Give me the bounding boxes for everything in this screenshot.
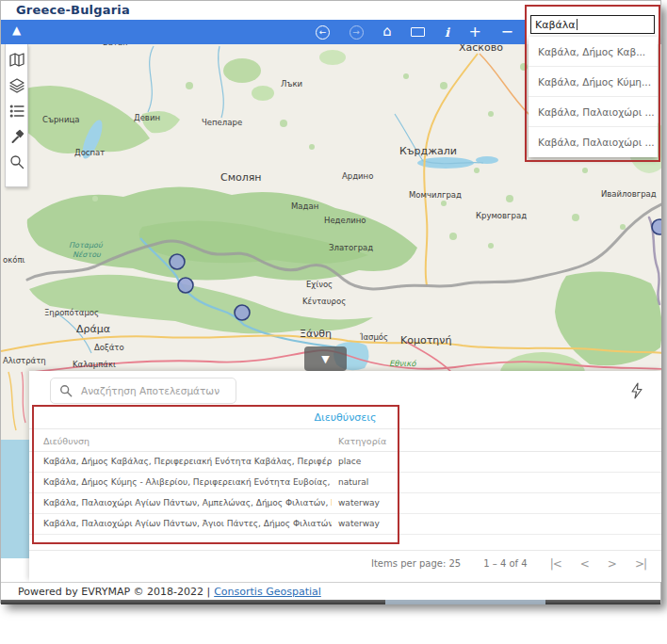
results-panel: Αναζήτηση Αποτελεσμάτων Διευθύνσεις Διεύ… (29, 371, 661, 582)
footer-link[interactable]: Consortis Geospatial (214, 586, 321, 598)
zoom-in-icon[interactable]: + (469, 24, 481, 40)
cell-category: waterway (338, 498, 380, 507)
cell-address: Καβάλα, Παλαιοχώρι Αγίων Πάντων, Αμπελών… (43, 498, 332, 507)
table-row[interactable]: Καβάλα, Παλαιοχώρι Αγίων Πάντων, Αμπελών… (29, 493, 661, 514)
map-label: Доспат (74, 148, 105, 157)
map-label: Ξάνθη (300, 328, 332, 340)
map-label: Δοξάτο (94, 343, 124, 352)
tab-addresses[interactable]: Διευθύνσεις (315, 411, 377, 424)
map-search-input[interactable]: Καβάλα (530, 15, 655, 34)
footer-text: Powered by EVRYMAP © 2018-2022 | (18, 586, 210, 598)
map-label: Ивайловград (601, 189, 657, 199)
info-icon[interactable]: i (445, 25, 449, 40)
map-label: οκόπι (3, 255, 25, 265)
home-icon[interactable]: ⌂ (382, 23, 392, 40)
search-result-item[interactable]: Καβάλα, Παλαιοχώρι ... (529, 127, 658, 157)
results-search-input[interactable]: Αναζήτηση Αποτελεσμάτων (50, 378, 236, 404)
map-label: Ποταμού (69, 241, 104, 250)
map-label: Смолян (220, 171, 262, 184)
map-label: Хасково (459, 44, 503, 54)
map-icon[interactable] (9, 53, 24, 68)
search-input-value: Καβάλα (535, 19, 576, 31)
cell-address: Καβάλα, Δήμος Καβάλας, Περιφερειακή Ενότ… (43, 457, 332, 466)
map-label: Ардино (342, 171, 373, 181)
next-page-icon[interactable]: > (608, 557, 616, 571)
search-result-item[interactable]: Καβάλα, Δήμος Καβ... (529, 37, 658, 67)
table-row[interactable]: Καβάλα, Δήμος Καβάλας, Περιφερειακή Ενότ… (29, 452, 661, 473)
results-table-header: Διεύθυνση Κατηγορία (29, 429, 661, 452)
text-caret (577, 19, 578, 30)
table-row[interactable]: Καβάλα, Δήμος Κύμης - Αλιβερίου, Περιφερ… (29, 473, 661, 493)
map-label: Νέστου (73, 250, 101, 259)
cell-category: waterway (338, 519, 380, 528)
results-tab-row: Διευθύνσεις (29, 407, 661, 429)
prev-page-icon[interactable]: < (580, 557, 589, 571)
toolbar-icon-group: ← → ⌂ i + − (308, 20, 521, 44)
first-page-icon[interactable]: |< (550, 557, 561, 571)
extent-rectangle-icon[interactable] (411, 27, 425, 37)
flash-icon[interactable] (629, 382, 644, 399)
last-page-icon[interactable]: >| (635, 557, 646, 571)
map-marker[interactable] (652, 219, 661, 234)
map-label: Ξηροπόταμος (44, 308, 99, 317)
pagination-range: 1 – 4 of 4 (483, 558, 527, 569)
panel-toggle-button[interactable]: ▼ (304, 346, 347, 371)
search-dropdown: Καβάλα, Δήμος Καβ...Καβάλα, Δήμος Κύμη..… (529, 37, 658, 157)
map-label: Εθνικό (389, 359, 416, 368)
map-label: Δράμα (76, 323, 110, 335)
map-label: Κομοτηνή (400, 334, 451, 346)
legend-list-icon[interactable] (9, 104, 24, 119)
results-table-body: Καβάλα, Δήμος Καβάλας, Περιφερειακή Ενότ… (29, 452, 661, 535)
map-marker[interactable] (170, 254, 185, 269)
map-label: Момчилград (409, 190, 462, 200)
map-label: Καλαμπάκι (73, 360, 116, 369)
back-icon[interactable]: ← (316, 25, 330, 40)
search-icon (59, 384, 73, 397)
map-label: Сърница (42, 115, 79, 124)
search-icon[interactable] (9, 154, 24, 169)
layers-icon[interactable] (9, 78, 24, 93)
map-label: Батак (103, 44, 127, 47)
table-row[interactable]: Καβάλα, Παλαιοχώρι Αγίων Πάντων, Άγιοι Π… (29, 514, 661, 535)
left-sidebar (5, 44, 28, 187)
pagination: Items per page: 25 1 – 4 of 4 |< < > >| (29, 550, 661, 576)
map-label: Златоград (329, 243, 373, 252)
map-label: Неделино (324, 216, 366, 225)
map-label: Лъки (281, 79, 302, 89)
column-header-category[interactable]: Κατηγορία (338, 436, 386, 446)
zoom-out-icon[interactable]: − (501, 24, 513, 40)
footer: Powered by EVRYMAP © 2018-2022 | Consort… (1, 582, 660, 600)
map-label: Кърджали (399, 145, 457, 157)
map-label: Αλιστράτη (3, 356, 46, 365)
search-result-item[interactable]: Καβάλα, Παλαιοχώρι ... (529, 97, 658, 127)
map-label: Κένταυρος (302, 297, 346, 306)
results-search-placeholder: Αναζήτηση Αποτελεσμάτων (81, 385, 220, 396)
map-label: Девин (134, 113, 160, 122)
map-label: Крумовград (476, 211, 527, 220)
cell-address: Καβάλα, Παλαιοχώρι Αγίων Πάντων, Άγιοι Π… (43, 519, 332, 528)
window-edge-highlight (385, 600, 545, 604)
cell-address: Καβάλα, Δήμος Κύμης - Αλιβερίου, Περιφερ… (43, 477, 332, 487)
cell-category: natural (338, 477, 368, 487)
column-header-address[interactable]: Διεύθυνση (43, 436, 89, 446)
map-label: Εχίνος (306, 280, 333, 289)
items-per-page[interactable]: Items per page: 25 (371, 558, 461, 569)
map-label: Мадан (291, 201, 318, 211)
map-label: Чепеларе (202, 118, 242, 127)
app-window: Greece-Bulgaria ▲ ← → ⌂ i + − Καβάλα Καβ… (0, 0, 661, 604)
search-result-item[interactable]: Καβάλα, Δήμος Κύμη... (529, 67, 658, 97)
map-marker[interactable] (178, 278, 193, 293)
cell-category: place (338, 457, 361, 466)
app-title: Greece-Bulgaria (16, 3, 130, 17)
map-marker[interactable] (235, 305, 250, 320)
screenshot-stage: Greece-Bulgaria ▲ ← → ⌂ i + − Καβάλα Καβ… (0, 0, 667, 644)
map-label: Ίασμός (359, 332, 388, 342)
tools-icon[interactable] (9, 129, 24, 144)
forward-icon[interactable]: → (350, 25, 364, 40)
window-bottom-edge (1, 600, 660, 604)
collapse-toolbar-icon[interactable]: ▲ (12, 24, 21, 37)
